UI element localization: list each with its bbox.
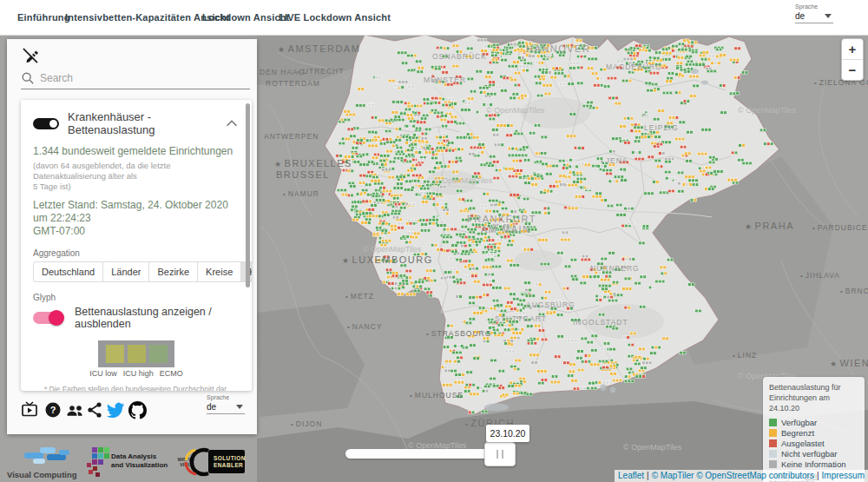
facility-glyph[interactable] bbox=[569, 159, 575, 162]
facility-glyph[interactable] bbox=[405, 180, 411, 183]
facility-glyph[interactable] bbox=[598, 314, 604, 317]
facility-glyph[interactable] bbox=[695, 63, 705, 67]
facility-glyph[interactable] bbox=[429, 170, 435, 174]
facility-glyph[interactable] bbox=[431, 109, 437, 112]
facility-glyph[interactable] bbox=[512, 159, 522, 162]
facility-glyph[interactable] bbox=[421, 223, 427, 227]
facility-glyph[interactable] bbox=[471, 274, 477, 278]
facility-glyph[interactable] bbox=[407, 54, 417, 57]
facility-glyph[interactable] bbox=[391, 274, 398, 278]
facility-glyph[interactable] bbox=[541, 135, 547, 139]
visual-computing-logo[interactable]: Visual Computing bbox=[3, 444, 80, 480]
facility-glyph[interactable] bbox=[602, 366, 608, 369]
facility-glyph[interactable] bbox=[379, 142, 385, 146]
facility-glyph[interactable] bbox=[525, 294, 535, 298]
facility-glyph[interactable] bbox=[589, 382, 595, 386]
facility-glyph[interactable] bbox=[456, 295, 462, 299]
facility-glyph[interactable] bbox=[407, 149, 413, 152]
facility-glyph[interactable] bbox=[627, 51, 633, 55]
facility-glyph[interactable] bbox=[380, 155, 390, 158]
facility-glyph[interactable] bbox=[420, 192, 426, 195]
facility-glyph[interactable] bbox=[418, 219, 428, 222]
facility-glyph[interactable] bbox=[414, 289, 420, 293]
facility-glyph[interactable] bbox=[760, 129, 766, 132]
facility-glyph[interactable] bbox=[536, 160, 542, 163]
facility-glyph[interactable] bbox=[584, 354, 590, 358]
layer-toggle[interactable] bbox=[33, 118, 59, 129]
facility-glyph[interactable] bbox=[729, 92, 735, 96]
facility-glyph[interactable] bbox=[391, 212, 400, 215]
facility-glyph[interactable] bbox=[666, 177, 675, 181]
facility-glyph[interactable] bbox=[368, 103, 374, 107]
facility-glyph[interactable] bbox=[358, 182, 365, 185]
facility-glyph[interactable] bbox=[395, 128, 401, 131]
facility-glyph[interactable] bbox=[687, 41, 697, 44]
facility-glyph[interactable] bbox=[382, 168, 391, 172]
facility-glyph[interactable] bbox=[457, 189, 463, 193]
facility-glyph[interactable] bbox=[658, 109, 664, 112]
facility-glyph[interactable] bbox=[470, 146, 479, 149]
facility-glyph[interactable] bbox=[616, 214, 626, 217]
facility-glyph[interactable] bbox=[376, 227, 382, 230]
facility-glyph[interactable] bbox=[515, 384, 521, 387]
facility-glyph[interactable] bbox=[431, 244, 437, 248]
facility-glyph[interactable] bbox=[612, 379, 621, 382]
facility-glyph[interactable] bbox=[356, 193, 362, 196]
facility-glyph[interactable] bbox=[581, 258, 590, 261]
facility-glyph[interactable] bbox=[518, 42, 524, 45]
facility-glyph[interactable] bbox=[362, 188, 368, 192]
facility-glyph[interactable] bbox=[690, 199, 696, 202]
facility-glyph[interactable] bbox=[569, 67, 575, 70]
facility-glyph[interactable] bbox=[527, 325, 533, 328]
facility-glyph[interactable] bbox=[665, 160, 671, 163]
facility-glyph[interactable] bbox=[474, 172, 480, 175]
facility-glyph[interactable] bbox=[674, 91, 681, 95]
facility-glyph[interactable] bbox=[440, 118, 446, 122]
facility-glyph[interactable] bbox=[386, 149, 392, 153]
facility-glyph[interactable] bbox=[567, 135, 576, 138]
facility-glyph[interactable] bbox=[507, 301, 513, 305]
facility-glyph[interactable] bbox=[639, 306, 645, 309]
facility-glyph[interactable] bbox=[678, 43, 684, 46]
facility-glyph[interactable] bbox=[393, 156, 403, 160]
facility-glyph[interactable] bbox=[468, 264, 474, 267]
facility-glyph[interactable] bbox=[504, 287, 510, 290]
facility-glyph[interactable] bbox=[569, 363, 575, 366]
facility-glyph[interactable] bbox=[578, 147, 584, 150]
facility-glyph[interactable] bbox=[456, 136, 465, 140]
facility-glyph[interactable] bbox=[451, 250, 457, 254]
facility-glyph[interactable] bbox=[469, 411, 475, 414]
facility-glyph[interactable] bbox=[577, 368, 583, 372]
facility-glyph[interactable] bbox=[371, 116, 377, 120]
facility-glyph[interactable] bbox=[444, 271, 450, 274]
facility-glyph[interactable] bbox=[398, 293, 404, 296]
facility-glyph[interactable] bbox=[667, 77, 673, 81]
facility-glyph[interactable] bbox=[436, 46, 442, 50]
facility-glyph[interactable] bbox=[541, 379, 547, 382]
facility-glyph[interactable] bbox=[601, 278, 610, 281]
facility-glyph[interactable] bbox=[733, 76, 740, 80]
facility-glyph[interactable] bbox=[595, 299, 602, 302]
facility-glyph[interactable] bbox=[635, 375, 645, 379]
facility-glyph[interactable] bbox=[487, 71, 493, 75]
facility-glyph[interactable] bbox=[371, 204, 377, 208]
facility-glyph[interactable] bbox=[469, 296, 475, 300]
facility-glyph[interactable] bbox=[701, 129, 711, 132]
facility-glyph[interactable] bbox=[550, 76, 556, 79]
facility-glyph[interactable] bbox=[529, 353, 539, 357]
facility-glyph[interactable] bbox=[544, 291, 550, 294]
facility-glyph[interactable] bbox=[487, 93, 496, 96]
facility-glyph[interactable] bbox=[630, 332, 636, 335]
facility-glyph[interactable] bbox=[407, 169, 413, 173]
facility-glyph[interactable] bbox=[649, 71, 659, 75]
facility-glyph[interactable] bbox=[635, 44, 641, 48]
facility-glyph[interactable] bbox=[381, 240, 391, 243]
facility-glyph[interactable] bbox=[483, 294, 489, 297]
language-value[interactable]: de bbox=[207, 402, 245, 414]
facility-glyph[interactable] bbox=[628, 343, 634, 347]
facility-glyph[interactable] bbox=[425, 192, 435, 195]
facility-glyph[interactable] bbox=[570, 274, 576, 278]
facility-glyph[interactable] bbox=[598, 360, 608, 363]
facility-glyph[interactable] bbox=[624, 375, 630, 379]
facility-glyph[interactable] bbox=[436, 162, 442, 165]
